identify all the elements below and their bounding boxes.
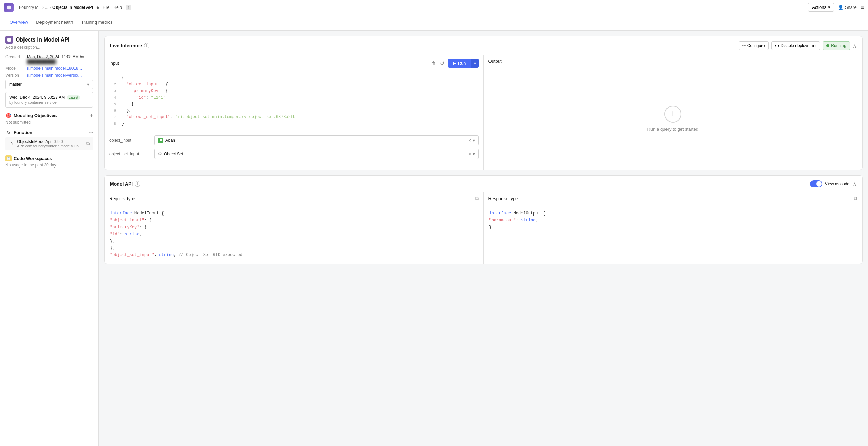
branch-dropdown[interactable]: master ▾ — [5, 80, 93, 89]
created-date: Mon, Dec 2, 2024, 11:08 AM by — [27, 54, 84, 59]
configure-button[interactable]: ✏ Configure — [739, 41, 769, 50]
run-dropdown-button[interactable]: ▾ — [471, 59, 479, 68]
add-description[interactable]: Add a description... — [5, 45, 93, 50]
app-icon — [4, 3, 14, 12]
request-code-line-7: "object_set_input": string, // Object Se… — [110, 252, 478, 258]
reset-input-button[interactable]: ↺ — [439, 60, 445, 67]
topbar-menu: File Help 1 — [103, 5, 131, 10]
version-value[interactable]: ri.models.main.model-version.49d3... — [27, 73, 83, 78]
tab-deployment-health[interactable]: Deployment health — [32, 15, 77, 30]
field1-chevron-icon[interactable]: ▾ — [473, 138, 475, 143]
field2-value: Object Set — [164, 152, 183, 156]
function-name: ObjectsInModelApi 0.9.0 — [17, 139, 85, 144]
model-name: Objects in Model API — [16, 37, 70, 43]
line-num-1: 1 — [108, 75, 116, 81]
clear-input-button[interactable]: 🗑 — [430, 60, 437, 67]
code-line-7: 7 "object_set_input": "ri.object-set.mai… — [105, 114, 483, 121]
function-title-text: Function — [14, 130, 32, 135]
overflow-menu-icon[interactable]: ≡ — [861, 4, 864, 11]
line-content-7: "object_set_input": "ri.object-set.main.… — [122, 114, 298, 121]
function-edit-button[interactable]: ✏ — [89, 130, 93, 135]
view-as-code-toggle[interactable]: View as code — [810, 180, 849, 187]
field2-clear-button[interactable]: × — [468, 151, 471, 157]
api-panels: Request type ⧉ interface ModelInput { "o… — [105, 192, 862, 264]
created-by: ██████████ — [27, 59, 56, 64]
request-code-line-6: }, — [110, 245, 478, 252]
breadcrumb-item-2[interactable]: ... — [45, 5, 48, 10]
tab-overview[interactable]: Overview — [5, 15, 32, 30]
star-icon[interactable]: ★ — [96, 5, 100, 10]
model-api-info-icon[interactable]: i — [135, 181, 140, 187]
nav-badge: 1 — [126, 5, 131, 10]
response-type-title: Response type — [488, 196, 518, 201]
file-menu[interactable]: File — [103, 5, 109, 10]
collapse-button[interactable]: ∧ — [853, 43, 857, 49]
response-type-panel: Response type ⧉ interface ModelOutput { … — [483, 192, 863, 264]
toggle-control[interactable] — [810, 180, 822, 187]
input-fields: object_input Adan × ▾ — [105, 131, 483, 163]
request-type-panel: Request type ⧉ interface ModelInput { "o… — [105, 192, 483, 264]
line-content-2: "object_input": { — [122, 81, 168, 88]
function-item-icon: fx — [9, 141, 15, 147]
field2-chevron-icon[interactable]: ▾ — [473, 152, 475, 156]
live-inference-title-text: Live Inference — [110, 43, 142, 48]
function-name-text[interactable]: ObjectsInModelApi — [17, 139, 51, 144]
field-row-2: object_set_input ⚙ Object Set × ▾ — [109, 149, 479, 159]
disable-deployment-button[interactable]: ⏻ Disable deployment — [771, 41, 820, 50]
line-content-8: } — [122, 121, 124, 127]
function-item-left: fx ObjectsInModelApi 0.9.0 API: com.foun… — [9, 139, 85, 148]
help-menu[interactable]: Help — [113, 5, 122, 10]
model-api-collapse-button[interactable]: ∧ — [853, 181, 857, 187]
topbar-left: Foundry ML › ... › Objects in Model API … — [4, 3, 131, 12]
field-row-1: object_input Adan × ▾ — [109, 135, 479, 145]
function-item: fx ObjectsInModelApi 0.9.0 API: com.foun… — [5, 137, 93, 150]
share-button[interactable]: 👤 Share — [838, 5, 857, 10]
field1-clear-button[interactable]: × — [468, 138, 471, 143]
objectives-add-button[interactable]: + — [90, 112, 93, 118]
field1-label: object_input — [109, 138, 150, 143]
line-num-3: 3 — [108, 88, 116, 94]
breadcrumb-item-1[interactable]: Foundry ML — [19, 5, 41, 10]
response-type-header: Response type ⧉ — [484, 192, 863, 205]
model-api-card: Model API i View as code ∧ — [104, 175, 863, 264]
function-copy-icon[interactable]: ⧉ — [86, 141, 90, 146]
input-panel-header: Input 🗑 ↺ ▶ Run ▾ — [105, 55, 483, 71]
input-panel: Input 🗑 ↺ ▶ Run ▾ — [105, 55, 484, 170]
output-empty: i Run a query to get started — [484, 67, 863, 170]
tab-training-metrics[interactable]: Training metrics — [77, 15, 117, 30]
share-icon: 👤 — [838, 5, 843, 10]
created-row: Created Mon, Dec 2, 2024, 11:08 AM by ██… — [5, 54, 93, 64]
code-line-1: 1 { — [105, 75, 483, 81]
run-button[interactable]: ▶ Run — [448, 59, 471, 68]
running-label: Running — [831, 43, 846, 48]
function-icon: fx — [5, 129, 12, 136]
model-api-actions: View as code ∧ — [810, 180, 857, 187]
line-num-5: 5 — [108, 101, 116, 108]
model-value[interactable]: ri.models.main.model.18018768-ae9... — [27, 66, 83, 71]
function-header: fx Function ✏ — [5, 129, 93, 136]
version-date: Wed, Dec 4, 2024, 9:50:27 AM — [9, 95, 65, 100]
response-type-copy-button[interactable]: ⧉ — [854, 196, 857, 202]
actions-button[interactable]: Actions ▾ — [808, 3, 834, 12]
response-type-code: interface ModelOutput { "param_out": str… — [484, 205, 863, 236]
output-panel: Output i Run a query to get started — [484, 55, 863, 170]
field1-input[interactable]: Adan × ▾ — [154, 135, 479, 145]
request-type-copy-button[interactable]: ⧉ — [475, 196, 479, 202]
run-icon: ▶ — [453, 61, 456, 66]
badge-button[interactable]: 1 — [126, 5, 131, 10]
response-code-line-2: "param_out": string, — [489, 217, 857, 224]
code-workspaces-header: 📋 Code Workspaces — [5, 155, 93, 161]
objectives-title-text: Modeling Objectives — [14, 113, 57, 118]
view-as-code-label: View as code — [825, 181, 849, 186]
request-code-line-3: "primaryKey": { — [110, 224, 478, 231]
request-code-line-5: }, — [110, 238, 478, 245]
branch-chevron-icon: ▾ — [87, 82, 89, 87]
objectives-icon: 🎯 — [5, 112, 12, 118]
field2-input[interactable]: ⚙ Object Set × ▾ — [154, 149, 479, 159]
line-num-8: 8 — [108, 121, 116, 127]
function-api: API: com.foundryfrontend.models.ObjectsI… — [17, 144, 85, 148]
disable-icon: ⏻ — [775, 43, 779, 48]
live-inference-info-icon[interactable]: i — [144, 43, 149, 48]
version-by: by foundry-container-service — [9, 100, 89, 105]
line-num-2: 2 — [108, 81, 116, 88]
